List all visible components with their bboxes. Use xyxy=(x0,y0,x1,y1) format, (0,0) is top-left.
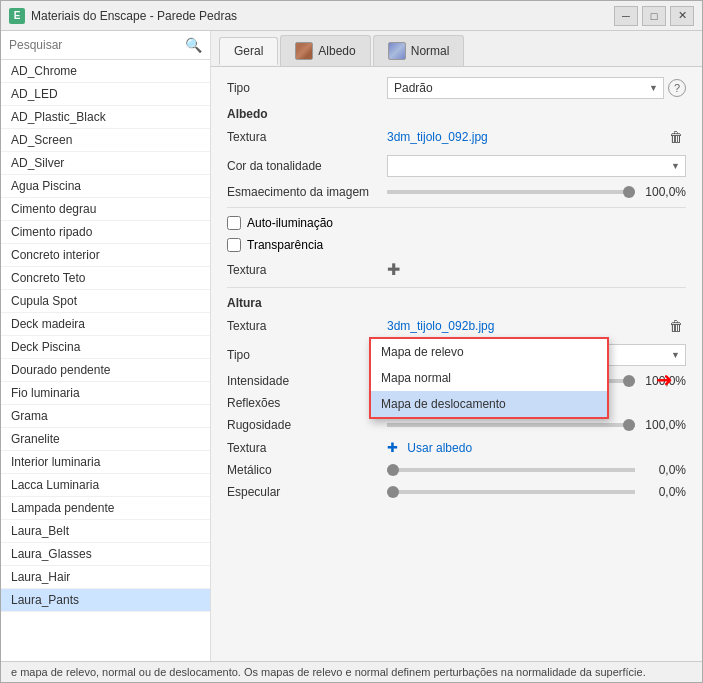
search-input[interactable] xyxy=(9,38,185,52)
cor-picker[interactable] xyxy=(387,155,686,177)
dropdown-item[interactable]: Mapa de deslocamento xyxy=(371,391,607,417)
list-item[interactable]: Deck madeira xyxy=(1,313,210,336)
main-window: E Materiais do Enscape - Parede Pedras ─… xyxy=(0,0,703,683)
especular-row: Especular 0,0% xyxy=(227,485,686,499)
close-button[interactable]: ✕ xyxy=(670,6,694,26)
rugosidade-label: Rugosidade xyxy=(227,418,387,432)
list-item[interactable]: Dourado pendente xyxy=(1,359,210,382)
textura-add-icon[interactable]: ✚ xyxy=(387,261,400,278)
especular-slider-row: 0,0% xyxy=(387,485,686,499)
albedo-textura-delete-icon[interactable]: 🗑 xyxy=(666,127,686,147)
list-item[interactable]: Concreto Teto xyxy=(1,267,210,290)
list-item[interactable]: Deck Piscina xyxy=(1,336,210,359)
status-text: e mapa de relevo, normal ou de deslocame… xyxy=(11,666,646,678)
maximize-button[interactable]: □ xyxy=(642,6,666,26)
right-panel: Geral Albedo Normal Tipo xyxy=(211,31,702,661)
tab-bar: Geral Albedo Normal xyxy=(211,31,702,67)
auto-iluminacao-checkbox[interactable] xyxy=(227,216,241,230)
esmaecimento-label: Esmaecimento da imagem xyxy=(227,185,387,199)
search-icon[interactable]: 🔍 xyxy=(185,37,202,53)
tab-albedo-label: Albedo xyxy=(318,44,355,58)
rugosidade-row: Rugosidade 100,0% xyxy=(227,418,686,432)
divider-1 xyxy=(227,207,686,208)
metalico-slider[interactable] xyxy=(387,468,635,472)
list-item[interactable]: AD_Silver xyxy=(1,152,210,175)
list-item[interactable]: Laura_Pants xyxy=(1,589,210,612)
list-item[interactable]: Laura_Glasses xyxy=(1,543,210,566)
list-item[interactable]: Lampada pendente xyxy=(1,497,210,520)
tipo-select[interactable]: PadrãoMetalVidroEmissor xyxy=(387,77,664,99)
tab-albedo-swatch xyxy=(295,42,313,60)
app-icon: E xyxy=(9,8,25,24)
metalico-slider-row: 0,0% xyxy=(387,463,686,477)
auto-iluminacao-label: Auto-iluminação xyxy=(247,216,333,230)
tab-normal[interactable]: Normal xyxy=(373,35,465,66)
altura-textura-row: Textura 3dm_tijolo_092b.jpg 🗑 xyxy=(227,316,686,336)
list-item[interactable]: Lacca Luminaria xyxy=(1,474,210,497)
intensidade-label: Intensidade xyxy=(227,374,387,388)
textura-albedo-control: ✚ Usar albedo xyxy=(387,440,686,455)
textura-albedo-row: Textura ✚ Usar albedo xyxy=(227,440,686,455)
list-item[interactable]: Cimento degrau xyxy=(1,198,210,221)
main-content: 🔍 AD_ChromeAD_LEDAD_Plastic_BlackAD_Scre… xyxy=(1,31,702,661)
dropdown-item[interactable]: Mapa normal xyxy=(371,365,607,391)
list-item[interactable]: Cimento ripado xyxy=(1,221,210,244)
albedo-textura-link[interactable]: 3dm_tijolo_092.jpg xyxy=(387,130,488,144)
divider-2 xyxy=(227,287,686,288)
tipo-label: Tipo xyxy=(227,81,387,95)
list-item[interactable]: AD_Screen xyxy=(1,129,210,152)
list-item[interactable]: Interior luminaria xyxy=(1,451,210,474)
esmaecimento-row: Esmaecimento da imagem 100,0% xyxy=(227,185,686,199)
tab-albedo[interactable]: Albedo xyxy=(280,35,370,66)
tipo-select-wrapper: PadrãoMetalVidroEmissor xyxy=(387,77,664,99)
list-item[interactable]: Laura_Hair xyxy=(1,566,210,589)
list-item[interactable]: Granelite xyxy=(1,428,210,451)
transparencia-row: Transparência xyxy=(227,238,686,252)
list-item[interactable]: Agua Piscina xyxy=(1,175,210,198)
textura-plus: ✚ xyxy=(387,260,686,279)
metalico-label: Metálico xyxy=(227,463,387,477)
textura-albedo-label: Textura xyxy=(227,441,387,455)
tipo-control: PadrãoMetalVidroEmissor xyxy=(387,77,664,99)
tab-geral[interactable]: Geral xyxy=(219,37,278,65)
title-bar: E Materiais do Enscape - Parede Pedras ─… xyxy=(1,1,702,31)
altura-textura-delete-icon[interactable]: 🗑 xyxy=(666,316,686,336)
tipo-dropdown-overlay: Mapa de relevoMapa normalMapa de desloca… xyxy=(369,337,609,419)
list-item[interactable]: AD_LED xyxy=(1,83,210,106)
list-item[interactable]: Fio luminaria xyxy=(1,382,210,405)
tipo-help-icon[interactable]: ? xyxy=(668,79,686,97)
list-item[interactable]: Concreto interior xyxy=(1,244,210,267)
rugosidade-value: 100,0% xyxy=(641,418,686,432)
auto-iluminacao-row: Auto-iluminação xyxy=(227,216,686,230)
list-item[interactable]: Cupula Spot xyxy=(1,290,210,313)
albedo-textura-label: Textura xyxy=(227,130,387,144)
altura-textura-label: Textura xyxy=(227,319,387,333)
material-list: AD_ChromeAD_LEDAD_Plastic_BlackAD_Screen… xyxy=(1,60,210,661)
rugosidade-slider[interactable] xyxy=(387,423,635,427)
cor-row: Cor da tonalidade xyxy=(227,155,686,177)
cor-label: Cor da tonalidade xyxy=(227,159,387,173)
intensidade-value: 100,0% xyxy=(641,374,686,388)
minimize-button[interactable]: ─ xyxy=(614,6,638,26)
window-controls: ─ □ ✕ xyxy=(614,6,694,26)
window-title: Materiais do Enscape - Parede Pedras xyxy=(31,9,614,23)
esmaecimento-slider[interactable] xyxy=(387,190,635,194)
altura-textura-link[interactable]: 3dm_tijolo_092b.jpg xyxy=(387,319,494,333)
list-item[interactable]: AD_Plastic_Black xyxy=(1,106,210,129)
tipo-row: Tipo PadrãoMetalVidroEmissor ? xyxy=(227,77,686,99)
especular-value: 0,0% xyxy=(641,485,686,499)
list-item[interactable]: Laura_Belt xyxy=(1,520,210,543)
rugosidade-slider-row: 100,0% xyxy=(387,418,686,432)
especular-slider[interactable] xyxy=(387,490,635,494)
list-item[interactable]: AD_Chrome xyxy=(1,60,210,83)
metalico-row: Metálico 0,0% xyxy=(227,463,686,477)
transparencia-checkbox[interactable] xyxy=(227,238,241,252)
reflexoes-label: Reflexões xyxy=(227,396,387,410)
metalico-value: 0,0% xyxy=(641,463,686,477)
textura-albedo-link[interactable]: Usar albedo xyxy=(407,441,472,455)
textura-albedo-plus-icon[interactable]: ✚ xyxy=(387,440,398,455)
transparencia-label: Transparência xyxy=(247,238,323,252)
list-item[interactable]: Grama xyxy=(1,405,210,428)
cor-color-box xyxy=(387,155,686,177)
dropdown-item[interactable]: Mapa de relevo xyxy=(371,339,607,365)
